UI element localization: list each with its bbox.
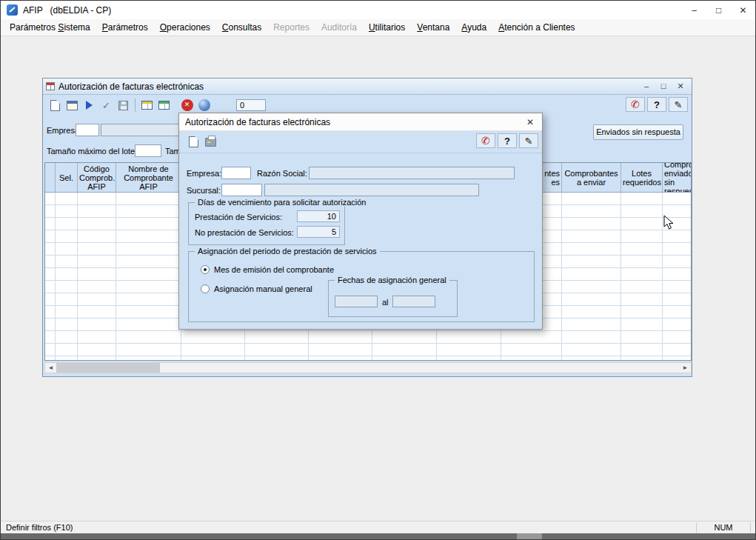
- prestacion-value-field[interactable]: 10: [297, 210, 340, 222]
- radio-mes-emision[interactable]: [201, 265, 210, 274]
- dialog-title-bar[interactable]: Autorización de facturas electrónicas ✕: [179, 113, 542, 131]
- horizontal-scrollbar[interactable]: ◄ ►: [44, 362, 692, 373]
- child-close-button[interactable]: ✕: [675, 81, 686, 91]
- menu-item[interactable]: Ventana: [411, 20, 455, 35]
- dialog-body: Empresa: Razón Social: Sucursal: Días de…: [179, 153, 542, 329]
- table-cell: [562, 306, 621, 319]
- table-cell: [78, 331, 116, 344]
- run-button[interactable]: [81, 97, 98, 113]
- fecha-desde-input[interactable]: [335, 296, 378, 307]
- dialog-close-button[interactable]: ✕: [518, 113, 542, 130]
- table-cell: [621, 344, 663, 356]
- grid-column-header[interactable]: Comprobantesenviadossin respuesta: [663, 163, 691, 192]
- signature-button[interactable]: [669, 97, 688, 112]
- menu-item[interactable]: Atención a Clientes: [492, 20, 581, 35]
- radio-row-asignacion-manual[interactable]: Asignación manual general: [201, 284, 312, 293]
- table-cell: [663, 256, 691, 268]
- table-cell: [56, 205, 78, 218]
- grid-column-header[interactable]: Sel.: [56, 163, 78, 192]
- properties-button[interactable]: [64, 97, 81, 113]
- sucursal-code-input[interactable]: [221, 184, 262, 196]
- scroll-thumb[interactable]: [56, 363, 160, 373]
- table-row[interactable]: [45, 356, 691, 361]
- menu-item[interactable]: Utilitarios: [363, 20, 411, 35]
- sphere-icon: [198, 99, 210, 111]
- close-button[interactable]: ✕: [731, 1, 755, 19]
- title-bar[interactable]: AFIP (dbELDIA - CP) – □ ✕: [1, 1, 755, 19]
- al-label: al: [382, 298, 389, 307]
- status-separator: [750, 523, 751, 533]
- phone-button[interactable]: [626, 97, 645, 112]
- menu-item[interactable]: Consultas: [216, 20, 267, 35]
- menu-item[interactable]: Parámetros Sistema: [4, 20, 96, 35]
- menu-item[interactable]: Parámetros: [96, 20, 154, 35]
- table-cell: [621, 356, 663, 361]
- sphere-button[interactable]: [195, 97, 213, 113]
- table-cell: [245, 331, 309, 344]
- sucursal-label: Sucursal:: [187, 186, 221, 195]
- dialog-help-button[interactable]: [498, 133, 517, 148]
- menu-item[interactable]: Ayuda: [455, 20, 492, 35]
- radio-asignacion-manual[interactable]: [201, 284, 210, 293]
- table-cell: [56, 256, 78, 268]
- dialog-print-button[interactable]: [202, 134, 219, 150]
- child-maximize-button[interactable]: □: [658, 81, 669, 91]
- table-cell: [621, 293, 663, 306]
- dialog-empresa-input[interactable]: [221, 167, 251, 179]
- asignacion-groupbox: Asignación del periodo de prestación de …: [188, 251, 535, 322]
- confirm-icon: [102, 100, 110, 111]
- phone-icon: [481, 135, 490, 147]
- scroll-right-button[interactable]: ►: [680, 363, 691, 373]
- save-button[interactable]: [115, 97, 132, 113]
- signature-icon: [525, 136, 533, 147]
- dialog-new-button[interactable]: [185, 134, 202, 150]
- table-cell: [78, 293, 116, 306]
- confirm-button[interactable]: [98, 97, 115, 113]
- envios-table-button[interactable]: [155, 97, 173, 113]
- table-row[interactable]: [45, 331, 691, 344]
- grid-column-header[interactable]: [45, 163, 56, 192]
- child-title-bar[interactable]: Autorización de facturas electrónicas – …: [43, 79, 692, 95]
- dialog-phone-button[interactable]: [476, 133, 495, 148]
- scroll-left-button[interactable]: ◄: [45, 363, 56, 373]
- table-cell: [245, 356, 309, 361]
- grid-column-header[interactable]: Comprobantesa enviar: [562, 163, 621, 192]
- radio-mes-emision-label: Mes de emisión del comprobante: [214, 265, 334, 274]
- child-minimize-button[interactable]: –: [640, 81, 652, 91]
- lote-counter-field[interactable]: 0: [236, 99, 266, 111]
- table-cell: [562, 331, 621, 344]
- minimize-button[interactable]: –: [682, 1, 706, 19]
- enviados-sin-respuesta-button[interactable]: Enviados sin respuesta: [593, 124, 683, 140]
- bottom-edge-band: [1, 533, 755, 539]
- new-document-icon: [50, 100, 60, 111]
- table-envios-icon: [158, 101, 170, 110]
- table-row[interactable]: [45, 344, 691, 356]
- radio-row-mes-emision[interactable]: Mes de emisión del comprobante: [201, 265, 334, 274]
- grid-column-header[interactable]: Lotesrequeridos: [621, 163, 663, 192]
- table-cell: [116, 344, 181, 356]
- grid-column-header[interactable]: Nombre deComprobanteAFIP: [116, 163, 181, 192]
- app-window: AFIP (dbELDIA - CP) – □ ✕ Parámetros Sis…: [0, 0, 756, 540]
- fechas-group-title: Fechas de asignación general: [335, 276, 449, 284]
- cancel-button[interactable]: [178, 97, 195, 113]
- table-cell: [663, 319, 691, 331]
- lotes-table-button[interactable]: [138, 97, 155, 113]
- table-lotes-icon: [141, 101, 153, 110]
- menu-item[interactable]: Operaciones: [154, 20, 216, 35]
- fecha-hasta-input[interactable]: [392, 296, 435, 307]
- table-cell: [562, 193, 621, 205]
- empresa-code-input[interactable]: [76, 124, 99, 136]
- table-cell: [78, 193, 116, 205]
- maximize-button[interactable]: □: [706, 1, 731, 19]
- tamano-lote-input[interactable]: [135, 144, 161, 157]
- child-toolbar-right: [626, 97, 688, 112]
- table-cell: [56, 306, 78, 319]
- table-cell: [56, 356, 78, 361]
- help-button[interactable]: [647, 97, 666, 112]
- grid-column-header[interactable]: CódigoComprob.AFIP: [78, 163, 116, 192]
- dialog-signature-button[interactable]: [519, 133, 538, 148]
- no-prestacion-value-field[interactable]: 5: [297, 226, 340, 238]
- table-cell: [501, 331, 562, 344]
- new-button[interactable]: [47, 97, 64, 113]
- table-cell: [45, 193, 56, 205]
